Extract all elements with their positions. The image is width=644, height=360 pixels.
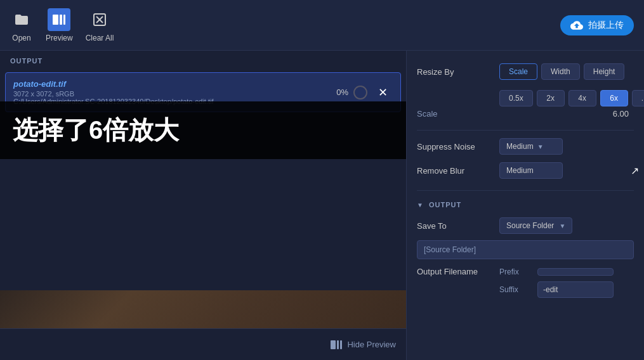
save-to-row: Save To Source Folder ▼ — [417, 217, 634, 234]
cloud-icon — [570, 19, 583, 32]
suffix-value: -edit — [543, 285, 558, 294]
open-button[interactable]: Open — [10, 8, 33, 42]
preview-label: Preview — [46, 34, 73, 42]
overlay-banner: 选择了6倍放大 — [0, 101, 406, 159]
resize-by-buttons: Scale Width Height — [499, 63, 624, 80]
suppress-noise-dropdown[interactable]: Medium ▼ — [499, 138, 563, 155]
output-label: OUTPUT — [429, 201, 461, 209]
scale-value: 6.00 — [499, 109, 634, 119]
output-filename-label: Output Filename — [417, 267, 499, 276]
suppress-noise-arrow: ▼ — [537, 143, 544, 150]
output-section-header: ▼ OUTPUT — [417, 201, 634, 209]
hide-preview-icon — [331, 340, 342, 349]
prefix-input[interactable] — [537, 268, 614, 276]
scale-0-5x-button[interactable]: 0.5x — [499, 90, 533, 106]
hide-preview-label: Hide Preview — [347, 340, 396, 349]
scale-6x-button[interactable]: 6x — [600, 90, 628, 106]
divider-1 — [417, 130, 634, 131]
output-section: ▼ OUTPUT Save To Source Folder ▼ [Source… — [417, 201, 634, 298]
output-section-label: OUTPUT — [0, 51, 406, 68]
cloud-upload-label: 拍摄上传 — [588, 20, 624, 31]
right-panel: Resize By Scale Width Height 0.5x 2x 4x … — [406, 51, 644, 360]
svg-rect-7 — [337, 340, 339, 349]
width-button[interactable]: Width — [541, 63, 580, 80]
main-content: OUTPUT potato-edit.tif 3072 x 3072, sRGB… — [0, 51, 644, 360]
svg-rect-1 — [60, 15, 62, 25]
save-to-label: Save To — [417, 221, 499, 231]
suffix-input[interactable]: -edit — [537, 281, 614, 298]
svg-rect-6 — [331, 340, 336, 349]
hide-preview-button[interactable]: Hide Preview — [331, 340, 396, 349]
svg-rect-8 — [340, 340, 342, 349]
open-label: Open — [12, 34, 30, 42]
scale-label: Scale — [417, 109, 499, 119]
source-folder-arrow: ▼ — [559, 222, 565, 229]
source-folder-placeholder: [Source Folder] — [424, 245, 476, 254]
divider-2 — [417, 190, 634, 191]
scale-button[interactable]: Scale — [499, 63, 537, 80]
file-progress: 0% — [336, 86, 367, 100]
suppress-noise-label: Suppress Noise — [417, 142, 499, 151]
remove-blur-label: Remove Blur — [417, 166, 499, 176]
clear-all-icon — [88, 8, 111, 31]
overlay-text: 选择了6倍放大 — [13, 113, 393, 148]
scale-4x-button[interactable]: 4x — [568, 90, 596, 106]
progress-text: 0% — [336, 87, 348, 97]
clear-all-label: Clear All — [86, 34, 114, 42]
open-icon — [10, 8, 33, 31]
scale-multiplier-row: 0.5x 2x 4x 6x ...x — [499, 90, 634, 106]
chevron-down-icon: ▼ — [417, 202, 424, 209]
suffix-label: Suffix — [499, 285, 537, 294]
scale-custom-button[interactable]: ...x — [632, 90, 644, 106]
scale-value-row: Scale 6.00 — [417, 109, 634, 119]
file-meta: 3072 x 3072, sRGB — [13, 90, 336, 98]
toolbar: Open Preview Clear All — [0, 0, 644, 51]
svg-rect-0 — [53, 15, 58, 25]
preview-bar: Hide Preview — [0, 328, 406, 360]
file-name: potato-edit.tif — [13, 79, 336, 89]
resize-by-row: Resize By Scale Width Height — [417, 63, 634, 80]
remove-blur-value: Medium — [506, 166, 534, 175]
resize-by-label: Resize By — [417, 67, 499, 77]
toolbar-buttons: Open Preview Clear All — [10, 8, 114, 42]
remove-button[interactable]: ✕ — [372, 82, 393, 103]
cloud-upload-button[interactable]: 拍摄上传 — [560, 15, 634, 35]
suppress-noise-value: Medium — [506, 142, 534, 151]
svg-rect-2 — [63, 15, 65, 25]
remove-blur-row: Remove Blur Medium ↗ — [417, 162, 634, 179]
source-folder-input[interactable]: [Source Folder] — [417, 240, 634, 259]
preview-button[interactable]: Preview — [46, 8, 73, 42]
prefix-label: Prefix — [499, 267, 537, 276]
clear-all-button[interactable]: Clear All — [86, 8, 114, 42]
filename-row: Output Filename Prefix — [417, 267, 634, 276]
suffix-row: Suffix -edit — [499, 281, 634, 298]
progress-circle — [353, 86, 367, 100]
scale-2x-button[interactable]: 2x — [537, 90, 565, 106]
preview-icon — [48, 8, 70, 31]
source-folder-button[interactable]: Source Folder ▼ — [499, 217, 572, 234]
height-button[interactable]: Height — [584, 63, 625, 80]
suppress-noise-row: Suppress Noise Medium ▼ — [417, 138, 634, 155]
left-panel: OUTPUT potato-edit.tif 3072 x 3072, sRGB… — [0, 51, 406, 360]
source-folder-value: Source Folder — [506, 221, 554, 230]
cursor-pointer: ↗ — [631, 165, 639, 177]
image-strip — [0, 290, 406, 328]
remove-blur-dropdown[interactable]: Medium — [499, 162, 563, 179]
scale-multiplier-buttons: 0.5x 2x 4x 6x ...x — [499, 90, 644, 106]
